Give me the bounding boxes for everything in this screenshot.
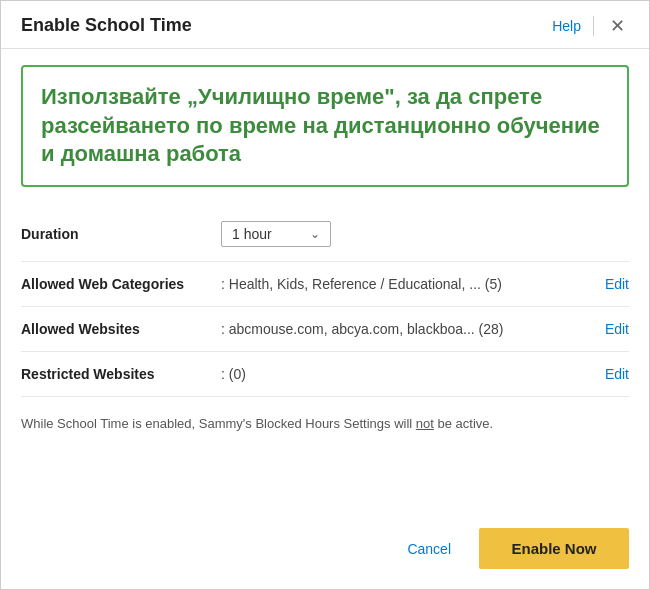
restricted-websites-edit-button[interactable]: Edit	[605, 366, 629, 382]
web-categories-row: Allowed Web Categories : Health, Kids, R…	[21, 262, 629, 307]
dialog-title: Enable School Time	[21, 15, 192, 36]
promo-text: Използвайте „Училищно време", за да спре…	[41, 84, 600, 166]
allowed-websites-value: : abcmouse.com, abcya.com, blackboa... (…	[221, 321, 597, 337]
promo-box: Използвайте „Училищно време", за да спре…	[21, 65, 629, 187]
dialog-body: Използвайте „Училищно време", за да спре…	[1, 49, 649, 512]
allowed-websites-edit-button[interactable]: Edit	[605, 321, 629, 337]
close-button[interactable]: ✕	[606, 17, 629, 35]
dialog-footer: Cancel Enable Now	[1, 512, 649, 589]
duration-dropdown[interactable]: 1 hour ⌄	[221, 221, 331, 247]
web-categories-label: Allowed Web Categories	[21, 276, 221, 292]
allowed-websites-row: Allowed Websites : abcmouse.com, abcya.c…	[21, 307, 629, 352]
notice-text: While School Time is enabled, Sammy's Bl…	[21, 397, 629, 443]
chevron-down-icon: ⌄	[310, 227, 320, 241]
help-link[interactable]: Help	[552, 18, 581, 34]
web-categories-edit-button[interactable]: Edit	[605, 276, 629, 292]
cancel-button[interactable]: Cancel	[391, 533, 467, 565]
duration-label: Duration	[21, 226, 221, 242]
web-categories-value: : Health, Kids, Reference / Educational,…	[221, 276, 597, 292]
dialog-header: Enable School Time Help ✕	[1, 1, 649, 49]
restricted-websites-value: : (0)	[221, 366, 597, 382]
header-divider	[593, 16, 594, 36]
not-word: not	[416, 416, 434, 431]
enable-now-button[interactable]: Enable Now	[479, 528, 629, 569]
restricted-websites-label: Restricted Websites	[21, 366, 221, 382]
duration-value: 1 hour	[232, 226, 272, 242]
enable-school-time-dialog: Enable School Time Help ✕ Използвайте „У…	[0, 0, 650, 590]
header-actions: Help ✕	[552, 16, 629, 36]
allowed-websites-label: Allowed Websites	[21, 321, 221, 337]
restricted-websites-row: Restricted Websites : (0) Edit	[21, 352, 629, 397]
duration-row: Duration 1 hour ⌄	[21, 207, 629, 262]
